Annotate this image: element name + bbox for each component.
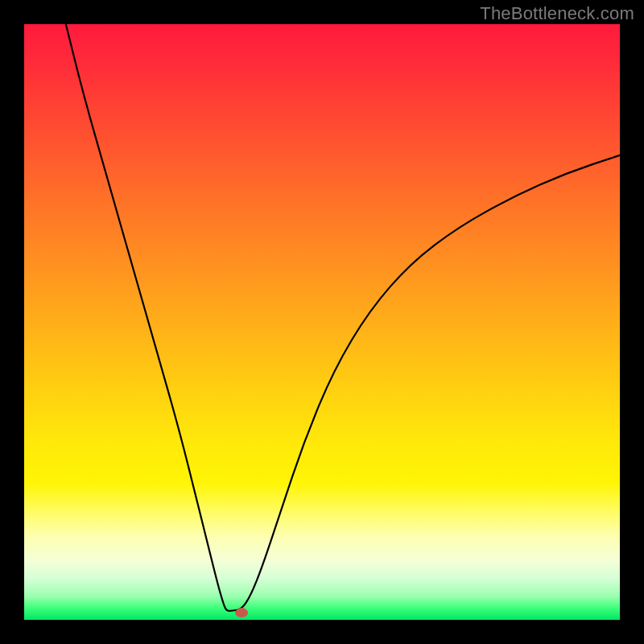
chart-svg	[24, 24, 620, 620]
plot-area	[24, 24, 620, 620]
watermark-text: TheBottleneck.com	[480, 3, 634, 24]
chart-container: TheBottleneck.com	[0, 0, 644, 644]
optimal-marker	[235, 608, 248, 617]
bottleneck-curve	[66, 24, 620, 611]
